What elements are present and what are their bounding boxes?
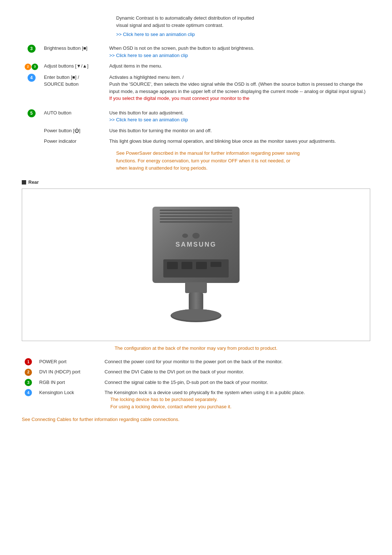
desc-cell: Use this button for auto adjustment. >> …	[106, 108, 370, 125]
svg-rect-1	[160, 210, 232, 211]
feature-desc: When OSD is not on the screen, push the …	[109, 45, 254, 51]
desc-cell: Use this button for turning the monitor …	[106, 125, 370, 136]
badge-cell: 5	[22, 108, 41, 125]
badge-cell	[22, 125, 41, 136]
svg-rect-13	[211, 262, 221, 267]
port-badge-3: 3	[25, 379, 32, 386]
kensington-note2: For using a locking device, contact wher…	[110, 404, 232, 409]
table-row: 4 Kensington Lock The Kensington lock is…	[22, 388, 370, 412]
config-note: The configuration at the back of the mon…	[22, 345, 370, 351]
port-badge-2: 2	[25, 369, 32, 376]
features-table: 3 Brightness button [■] When OSD is not …	[22, 43, 370, 147]
table-row: 4 Enter button [■] /SOURCE button Activa…	[22, 72, 370, 104]
table-row: 5 AUTO button Use this button for auto a…	[22, 108, 370, 125]
svg-rect-10	[167, 262, 178, 269]
port-desc: Connect the DVI Cable to the DVI port on…	[105, 369, 244, 374]
port-badge-1: 1	[25, 358, 32, 365]
ports-table: 1 POWER port Connect the power cord for …	[22, 357, 370, 412]
label-cell: Brightness button [■]	[41, 43, 106, 61]
port-desc: Connect the signal cable to the 15-pin, …	[105, 380, 268, 385]
badge-3b: 3	[32, 64, 38, 70]
note-line2: functions. For energy conservation, turn…	[116, 158, 290, 163]
feature-desc: This light glows blue during normal oper…	[109, 138, 336, 144]
label-cell: Power indicator	[41, 136, 106, 147]
svg-point-6	[192, 233, 200, 239]
table-row: 2 DVI IN (HDCP) port Connect the DVI Cab…	[22, 367, 370, 377]
desc-cell: Adjust items in the menu.	[106, 61, 370, 72]
label-cell: Power button [⏻]	[41, 125, 106, 136]
intro-line2: visual signal and adjust to create optim…	[116, 23, 224, 28]
auto-animation-link[interactable]: >> Click here to see an animation clip	[109, 117, 188, 122]
brightness-animation-link[interactable]: >> Click here to see an animation clip	[109, 53, 188, 58]
note-line1: See PowerSaver described in the manual f…	[116, 150, 300, 156]
power-saver-link[interactable]: PowerSaver	[126, 150, 152, 156]
label-cell: AUTO button	[41, 108, 106, 125]
port-label-cell: POWER port	[36, 357, 102, 367]
table-row: 2 3 Adjust buttons [▼/▲] Adjust items in…	[22, 61, 370, 72]
port-label: Kensington Lock	[39, 390, 74, 395]
port-label-cell: RGB IN port	[36, 377, 102, 388]
page: Dynamic Contrast is to automatically det…	[0, 0, 392, 437]
table-row: Power indicator This light glows blue du…	[22, 136, 370, 147]
feature-label: Power button [⏻]	[44, 128, 80, 133]
intro-line1: Dynamic Contrast is to automatically det…	[116, 15, 254, 21]
port-badge-4: 4	[25, 389, 32, 396]
desc-cell: Activates a highlighted menu item. / Pus…	[106, 72, 370, 104]
table-row: Power button [⏻] Use this button for tur…	[22, 125, 370, 136]
rear-label: Rear	[22, 179, 370, 185]
desc-cell: When OSD is not on the screen, push the …	[106, 43, 370, 61]
badge-cell: 3	[22, 43, 41, 61]
note-line3: when leaving it unattended for long peri…	[116, 165, 208, 171]
badge-cell: 4	[22, 72, 41, 104]
port-desc-cell: Connect the DVI Cable to the DVI port on…	[102, 367, 370, 377]
connecting-cables-link[interactable]: Connecting Cables	[32, 417, 72, 422]
badge-cell	[22, 136, 41, 147]
port-desc-cell: Connect the signal cable to the 15-pin, …	[102, 377, 370, 388]
port-label: POWER port	[39, 359, 66, 364]
badge-cell: 2 3	[22, 61, 41, 72]
port-label: RGB IN port	[39, 380, 65, 385]
port-label: DVI IN (HDCP) port	[39, 369, 80, 374]
port-badge-cell: 1	[22, 357, 36, 367]
port-badge-cell: 4	[22, 388, 36, 412]
port-desc-cell: The Kensington lock is a device used to …	[102, 388, 370, 412]
svg-rect-12	[196, 262, 207, 269]
see-cables-section: See Connecting Cables for further inform…	[22, 417, 370, 422]
svg-rect-4	[160, 218, 232, 220]
feature-label: AUTO button	[44, 110, 72, 116]
power-saver-note: See PowerSaver described in the manual f…	[116, 150, 370, 172]
desc-cell: This light glows blue during normal oper…	[106, 136, 370, 147]
intro-text-1: Dynamic Contrast is to automatically det…	[116, 15, 370, 29]
svg-rect-14	[185, 282, 207, 293]
port-desc: Connect the power cord for your monitor …	[105, 359, 283, 364]
feature-label: Adjust buttons [▼/▲]	[44, 63, 89, 69]
see-cables-text: See Connecting Cables for further inform…	[22, 417, 179, 422]
badge-5: 5	[28, 109, 36, 117]
svg-rect-3	[160, 215, 232, 217]
table-row: 3 RGB IN port Connect the signal cable t…	[22, 377, 370, 388]
intro-animation-link[interactable]: >> Click here to see an animation clip	[116, 32, 370, 37]
rear-title: Rear	[28, 179, 39, 185]
monitor-rear-svg: SAMSUNG	[142, 203, 250, 327]
feature-desc: Use this button for turning the monitor …	[109, 128, 212, 133]
label-cell: Enter button [■] /SOURCE button	[41, 72, 106, 104]
feature-desc: Adjust items in the menu.	[109, 63, 162, 69]
badge-4: 4	[28, 74, 36, 82]
badge-23: 2 3	[25, 64, 38, 70]
port-desc: The Kensington lock is a device used to …	[105, 390, 305, 395]
svg-point-17	[171, 309, 221, 321]
table-row: 3 Brightness button [■] When OSD is not …	[22, 43, 370, 61]
port-label-cell: Kensington Lock	[36, 388, 102, 412]
rear-image-box: SAMSUNG	[22, 189, 370, 341]
badge-2: 2	[25, 64, 31, 70]
feature-label: Enter button [■] /SOURCE button	[44, 74, 79, 87]
feature-label: Power indicator	[44, 138, 77, 144]
svg-rect-15	[189, 292, 203, 311]
spacer-row	[22, 104, 370, 108]
svg-rect-11	[181, 262, 192, 269]
svg-text:SAMSUNG: SAMSUNG	[175, 241, 216, 248]
badge-3: 3	[28, 45, 36, 53]
feature-desc: Use this button for auto adjustment.	[109, 110, 184, 116]
animation-link-anchor[interactable]: >> Click here to see an animation clip	[116, 32, 195, 37]
digital-mode-link[interactable]: If you select the digital mode, you must…	[109, 96, 249, 101]
